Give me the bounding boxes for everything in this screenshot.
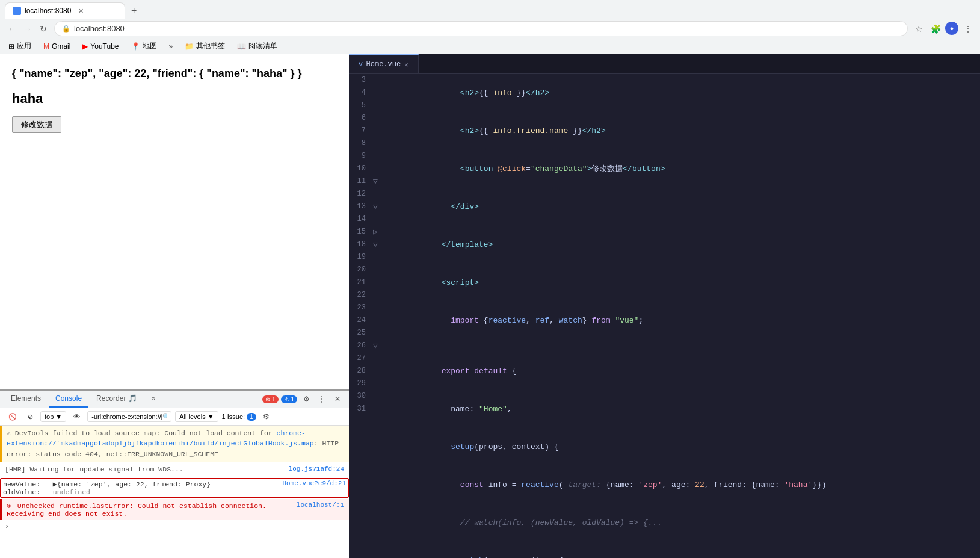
back-button[interactable]: ← [5, 22, 19, 36]
gmail-label: Gmail [52, 42, 70, 51]
issue-badge: 1 Issue: 1 [222, 413, 256, 421]
console-log-newvalue: newValue: ▶{name: 'zep', age: 22, friend… [0, 478, 349, 498]
editor-tab-bar: V Home.vue ✕ [349, 54, 980, 74]
line-num-7: 7 [354, 125, 366, 137]
line-num-11: 11 [354, 175, 366, 188]
line-num-3: 3 [354, 74, 366, 87]
eye-icon[interactable]: 👁 [70, 412, 84, 421]
warn-icon: ⚠ [7, 429, 11, 437]
apps-label: 应用 [17, 41, 31, 51]
folder-icon: 📁 [185, 42, 194, 51]
console-content: ⚠ DevTools failed to load source map: Co… [0, 426, 349, 558]
line-num-5: 5 [354, 99, 366, 112]
forward-button[interactable]: → [20, 22, 35, 36]
maps-label: 地图 [143, 41, 157, 51]
code-line-15: // watch(info, (newValue, oldValue) => {… [383, 504, 980, 542]
line-num-6: 6 [354, 112, 366, 125]
line-num-19: 19 [354, 251, 366, 264]
line-num-4: 4 [354, 87, 366, 99]
code-line-13: setup(props, context) { [383, 428, 980, 466]
maps-icon: 📍 [131, 42, 140, 51]
console-input-line: › [0, 520, 349, 533]
error-icon: ⊗ [7, 502, 11, 510]
editor-tab-close-icon[interactable]: ✕ [404, 61, 408, 69]
bookmark-read[interactable]: 📖 阅读清单 [233, 40, 281, 52]
tab-more[interactable]: » [146, 391, 162, 408]
line-num-25: 25 [354, 327, 366, 339]
menu-button[interactable]: ⋮ [961, 22, 975, 36]
log-source-link[interactable]: Home.vue?e9/d:21 [282, 480, 346, 487]
console-settings-icon[interactable]: ⚙ [260, 410, 273, 423]
editor-tab-filename: Home.vue [366, 60, 401, 69]
line-num-30: 30 [354, 390, 366, 403]
bookmark-button[interactable]: ☆ [911, 22, 926, 36]
tab-elements[interactable]: Elements [5, 391, 47, 408]
line-num-22: 22 [354, 289, 366, 302]
page-json-display: { "name": "zep", "age": 22, "friend": { … [12, 66, 337, 81]
browser-chrome: localhost:8080 ✕ + ← → ↻ 🔒 localhost:808… [0, 0, 980, 54]
browser-viewport: { "name": "zep", "age": 22, "friend": { … [0, 54, 349, 389]
warning-badge: ⚠ 1 [281, 395, 297, 403]
top-dropdown[interactable]: top ▼ [40, 411, 66, 422]
line-num-26: 26 [354, 339, 366, 352]
tab-close-icon[interactable]: ✕ [78, 7, 84, 15]
code-line-10 [383, 339, 980, 352]
console-hmr-info: [HMR] Waiting for update signal from WDS… [0, 462, 349, 477]
console-runtime-error: ⊗ Unchecked runtime.lastError: Could not… [0, 499, 349, 520]
devtools-settings-icon[interactable]: ⚙ [300, 392, 313, 406]
line-num-20: 20 [354, 264, 366, 276]
bookmark-youtube[interactable]: ▶ YouTube [79, 41, 122, 52]
line-num-14: 14 [354, 213, 366, 226]
vue-icon: V [359, 61, 363, 68]
devtools-more-icon[interactable]: ⋮ [315, 392, 328, 406]
youtube-icon: ▶ [82, 42, 88, 51]
extension-button[interactable]: 🧩 [928, 22, 943, 36]
line-num-10: 10 [354, 163, 366, 175]
code-area: 3 4 5 6 7 8 9 10 11 12 13 14 15 18 19 20 [349, 74, 980, 558]
code-line-3: <h2>{{ info }}</h2> [383, 74, 980, 112]
tab-recorder[interactable]: Recorder 🎵 [90, 391, 143, 408]
devtools-icons: ⊗ 1 ⚠ 1 ⚙ ⋮ ✕ [262, 392, 344, 406]
more-dots-icon: » [169, 42, 173, 51]
error-source-link[interactable]: localhost/:1 [297, 501, 344, 518]
tab-console[interactable]: Console [49, 391, 88, 408]
hmr-text: [HMR] Waiting for update signal from WDS… [5, 464, 183, 474]
bookmark-other[interactable]: 📁 其他书签 [181, 40, 229, 52]
line-num-12: 12 [354, 188, 366, 200]
line-num-13: 13 [354, 200, 366, 213]
page-content: { "name": "zep", "age": 22, "friend": { … [0, 54, 349, 389]
console-warn-devtools: ⚠ DevTools failed to load source map: Co… [0, 426, 349, 462]
console-filter-input[interactable] [87, 411, 171, 422]
editor-gutter: ▽ ▽ ▷ ▽ ▽ [373, 74, 383, 558]
bookmark-maps[interactable]: 📍 地图 [128, 40, 161, 52]
levels-dropdown[interactable]: All levels ▼ [175, 411, 218, 422]
bookmark-more[interactable]: » [165, 41, 177, 52]
chevron-right-icon: › [5, 522, 9, 530]
bookmark-apps[interactable]: ⊞ 应用 [5, 40, 35, 52]
console-filter-btn[interactable]: ⊘ [24, 412, 37, 422]
console-toolbar: 🚫 ⊘ top ▼ 👁 All levels ▼ 1 Issue: 1 ⚙ [0, 408, 349, 426]
code-line-5: <button @click="changeData">修改数据</button… [383, 150, 980, 188]
toolbar-icons: ☆ 🧩 ● ⋮ [911, 22, 975, 36]
hmr-link[interactable]: log.js?1afd:24 [289, 464, 344, 474]
devtools-close-icon[interactable]: ✕ [331, 392, 344, 406]
reload-button[interactable]: ↻ [36, 22, 51, 36]
console-clear-btn[interactable]: 🚫 [5, 412, 20, 422]
editor-tab-home-vue[interactable]: V Home.vue ✕ [349, 54, 419, 73]
oldvalue-line: oldValue: undefined [3, 488, 211, 496]
address-input[interactable]: 🔒 localhost:8080 [54, 21, 908, 36]
new-tab-button[interactable]: + [126, 3, 141, 19]
browser-tab[interactable]: localhost:8080 ✕ [5, 2, 125, 19]
line-num-18: 18 [354, 238, 366, 251]
newvalue-line: newValue: ▶{name: 'zep', age: 22, friend… [3, 480, 211, 488]
bookmarks-bar: ⊞ 应用 M Gmail ▶ YouTube 📍 地图 » 📁 其他书签 📖 阅… [0, 39, 980, 54]
code-line-7: </template> [383, 226, 980, 264]
bookmark-gmail[interactable]: M Gmail [40, 41, 74, 52]
profile-button[interactable]: ● [945, 22, 958, 35]
other-label: 其他书签 [196, 41, 225, 51]
page-modify-button[interactable]: 修改数据 [12, 116, 61, 133]
warn-link[interactable]: chrome-extension://fmkadmapgofadopljbjfk… [7, 429, 314, 447]
page-name-display: haha [12, 91, 337, 107]
line-num-15: 15 [354, 226, 366, 238]
line-num-31: 31 [354, 403, 366, 415]
